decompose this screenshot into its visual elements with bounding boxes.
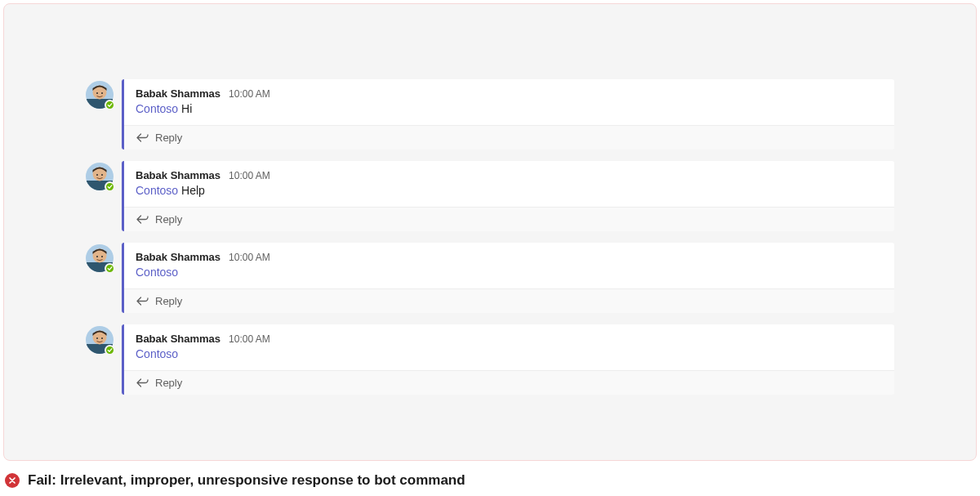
message-block: Babak Shammas 10:00 AM Contoso Help Repl…	[122, 161, 894, 231]
message-body: Contoso Hi	[136, 101, 881, 117]
reply-button[interactable]: Reply	[124, 125, 894, 150]
reply-button[interactable]: Reply	[124, 207, 894, 231]
message-block: Babak Shammas 10:00 AM Contoso Reply	[122, 324, 894, 395]
message-block: Babak Shammas 10:00 AM Contoso Hi Reply	[122, 79, 894, 150]
message-content[interactable]: Babak Shammas 10:00 AM Contoso Help	[124, 161, 894, 207]
message-body: Contoso	[136, 346, 881, 362]
fail-icon	[5, 473, 20, 488]
presence-available-icon	[105, 345, 115, 355]
message-text: Help	[181, 184, 205, 197]
reply-icon	[136, 377, 149, 388]
avatar[interactable]	[86, 326, 114, 354]
mention[interactable]: Contoso	[136, 266, 178, 279]
svg-point-23	[101, 337, 103, 339]
mention[interactable]: Contoso	[136, 184, 178, 197]
svg-point-17	[101, 256, 103, 257]
svg-point-11	[101, 174, 103, 176]
message-content[interactable]: Babak Shammas 10:00 AM Contoso	[124, 243, 894, 288]
mention[interactable]: Contoso	[136, 347, 178, 360]
reply-label: Reply	[155, 377, 182, 389]
reply-button[interactable]: Reply	[124, 288, 894, 313]
message-author: Babak Shammas	[136, 169, 220, 181]
svg-point-5	[101, 92, 103, 94]
message-row: Babak Shammas 10:00 AM Contoso Hi Reply	[86, 79, 894, 150]
mention[interactable]: Contoso	[136, 102, 178, 115]
svg-point-10	[96, 174, 98, 176]
svg-point-16	[96, 256, 98, 257]
message-text: Hi	[181, 102, 192, 115]
message-author: Babak Shammas	[136, 251, 220, 263]
message-author: Babak Shammas	[136, 87, 220, 100]
presence-available-icon	[105, 100, 115, 110]
message-timestamp: 10:00 AM	[229, 170, 270, 181]
reply-icon	[136, 295, 149, 306]
reply-icon	[136, 132, 149, 143]
message-body: Contoso Help	[136, 183, 881, 199]
message-body: Contoso	[136, 265, 881, 280]
message-row: Babak Shammas 10:00 AM Contoso Reply	[86, 324, 894, 395]
reply-label: Reply	[155, 132, 182, 144]
message-timestamp: 10:00 AM	[229, 252, 270, 263]
status-footer: Fail: Irrelevant, improper, unresponsive…	[0, 464, 980, 492]
message-timestamp: 10:00 AM	[229, 333, 270, 345]
presence-available-icon	[105, 263, 115, 274]
message-timestamp: 10:00 AM	[229, 88, 270, 100]
message-content[interactable]: Babak Shammas 10:00 AM Contoso	[124, 324, 894, 370]
reply-icon	[136, 213, 149, 225]
avatar[interactable]	[86, 81, 114, 109]
avatar[interactable]	[86, 244, 114, 272]
presence-available-icon	[105, 181, 115, 192]
reply-button[interactable]: Reply	[124, 370, 894, 395]
message-block: Babak Shammas 10:00 AM Contoso Reply	[122, 243, 894, 313]
message-row: Babak Shammas 10:00 AM Contoso Reply	[86, 243, 894, 313]
avatar[interactable]	[86, 163, 114, 190]
svg-point-4	[96, 92, 98, 94]
chat-panel: Babak Shammas 10:00 AM Contoso Hi Reply	[3, 3, 977, 461]
reply-label: Reply	[155, 213, 182, 226]
reply-label: Reply	[155, 295, 182, 307]
message-content[interactable]: Babak Shammas 10:00 AM Contoso Hi	[124, 79, 894, 125]
message-row: Babak Shammas 10:00 AM Contoso Help Repl…	[86, 161, 894, 231]
message-author: Babak Shammas	[136, 333, 220, 345]
status-text: Fail: Irrelevant, improper, unresponsive…	[28, 472, 466, 489]
svg-point-22	[96, 337, 98, 339]
